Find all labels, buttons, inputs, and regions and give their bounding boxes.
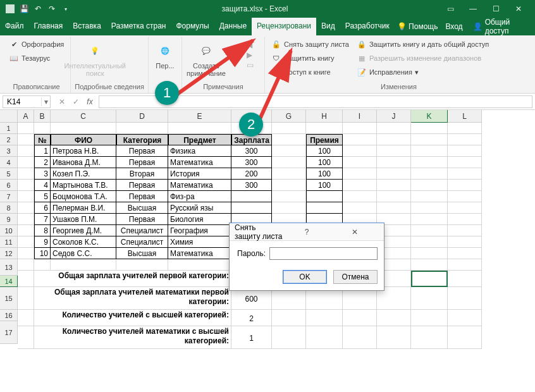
row-header-10[interactable]: 10 xyxy=(0,225,18,236)
password-field[interactable] xyxy=(269,247,378,260)
smart-lookup-button[interactable]: 💡 Интеллектуальный поиск xyxy=(75,38,115,80)
minimize-icon[interactable]: — xyxy=(465,1,481,16)
cell[interactable] xyxy=(377,326,411,349)
tab-formulas[interactable]: Формулы xyxy=(171,18,214,35)
row-header-2[interactable]: 2 xyxy=(0,134,18,145)
tab-developer[interactable]: Разработчик xyxy=(340,18,395,35)
cell[interactable]: Мартынова Т.В. xyxy=(51,180,116,191)
cell[interactable] xyxy=(411,214,448,225)
cell[interactable] xyxy=(448,248,482,259)
tab-insert[interactable]: Вставка xyxy=(68,18,106,35)
cell[interactable] xyxy=(411,134,448,145)
cell[interactable] xyxy=(448,202,482,214)
tab-file[interactable]: Файл xyxy=(0,18,29,35)
cell[interactable] xyxy=(306,326,343,349)
cell[interactable]: Категория xyxy=(116,134,168,145)
cell[interactable] xyxy=(448,191,482,202)
cell[interactable] xyxy=(377,168,411,180)
cell[interactable] xyxy=(411,225,448,236)
dialog-close-button[interactable]: ✕ xyxy=(331,228,379,236)
cell[interactable] xyxy=(448,134,482,145)
fx-icon[interactable]: fx xyxy=(83,97,96,106)
cell[interactable] xyxy=(411,157,448,168)
cell[interactable]: 300 xyxy=(231,180,272,191)
cell[interactable]: Химия xyxy=(168,236,231,248)
cell[interactable] xyxy=(448,326,482,349)
cell[interactable]: 2 xyxy=(231,310,272,326)
col-header-E[interactable]: E xyxy=(168,110,231,123)
tab-help[interactable]: 💡 Помощь xyxy=(395,18,441,35)
cell[interactable] xyxy=(448,225,482,236)
cell[interactable] xyxy=(448,287,482,310)
cell[interactable]: Биология xyxy=(168,214,231,225)
cell[interactable]: 100 xyxy=(306,157,343,168)
cell[interactable] xyxy=(231,191,272,202)
cell[interactable] xyxy=(18,225,34,236)
col-header-B[interactable]: B xyxy=(34,110,51,123)
cell[interactable]: Георгиев Д.М. xyxy=(51,225,116,236)
cell[interactable] xyxy=(343,202,377,214)
row-header-12[interactable]: 12 xyxy=(0,248,18,259)
cell[interactable] xyxy=(272,191,306,202)
cell[interactable] xyxy=(411,202,448,214)
tab-data[interactable]: Данные xyxy=(214,18,252,35)
cell[interactable] xyxy=(411,236,448,248)
cell[interactable]: Математика xyxy=(168,248,231,259)
col-header-L[interactable]: L xyxy=(448,110,482,123)
cell[interactable] xyxy=(51,259,116,271)
cell[interactable] xyxy=(343,134,377,145)
select-all-button[interactable] xyxy=(0,110,18,123)
cell[interactable] xyxy=(448,214,482,225)
enter-formula-icon[interactable]: ✓ xyxy=(70,97,82,106)
namebox-dropdown-icon[interactable]: ▾ xyxy=(41,97,50,106)
maximize-icon[interactable]: ☐ xyxy=(488,1,503,16)
row-header-3[interactable]: 3 xyxy=(0,145,18,157)
cell[interactable] xyxy=(377,191,411,202)
cell[interactable] xyxy=(51,123,116,134)
cell[interactable] xyxy=(343,168,377,180)
cell[interactable] xyxy=(18,123,34,134)
cell[interactable] xyxy=(448,145,482,157)
row-header-9[interactable]: 9 xyxy=(0,214,18,225)
cell[interactable]: 4 xyxy=(34,180,51,191)
cell[interactable] xyxy=(343,191,377,202)
cell[interactable] xyxy=(448,310,482,326)
qat-dropdown-icon[interactable]: ▾ xyxy=(61,4,71,14)
cell[interactable] xyxy=(377,310,411,326)
cell[interactable] xyxy=(343,180,377,191)
track-changes-button[interactable]: 📝Исправления ▾ xyxy=(354,66,491,78)
cell[interactable] xyxy=(272,168,306,180)
cell[interactable] xyxy=(18,180,34,191)
thesaurus-button[interactable]: 📖Тезаурус xyxy=(6,52,66,64)
cell[interactable]: Первая xyxy=(116,180,168,191)
tab-view[interactable]: Вид xyxy=(316,18,340,35)
cell[interactable]: Высшая xyxy=(116,202,168,214)
cell[interactable] xyxy=(377,145,411,157)
col-header-K[interactable]: K xyxy=(411,110,448,123)
cell[interactable]: 1 xyxy=(34,145,51,157)
row-header-6[interactable]: 6 xyxy=(0,180,18,191)
cell[interactable] xyxy=(116,123,168,134)
cell[interactable] xyxy=(411,271,448,287)
share-button[interactable]: 👤 Общий доступ xyxy=(468,15,530,38)
cell[interactable] xyxy=(18,287,34,310)
tab-review[interactable]: Рецензировани xyxy=(252,18,316,35)
cell[interactable]: 2 xyxy=(34,157,51,168)
cell[interactable] xyxy=(343,326,377,349)
cell[interactable] xyxy=(448,168,482,180)
cell[interactable] xyxy=(34,123,51,134)
cell[interactable] xyxy=(231,202,272,214)
name-box[interactable] xyxy=(3,96,41,107)
cell[interactable]: 8 xyxy=(34,225,51,236)
cell[interactable] xyxy=(411,310,448,326)
col-header-A[interactable]: A xyxy=(18,110,34,123)
cell[interactable] xyxy=(377,202,411,214)
cell[interactable] xyxy=(377,134,411,145)
cell[interactable]: 1 xyxy=(231,326,272,349)
cell[interactable]: Общая зарплата учителей математики перво… xyxy=(34,287,231,310)
cell[interactable]: Первая xyxy=(116,145,168,157)
cell[interactable]: Количество учителей математики с высшей … xyxy=(34,326,231,349)
row-header-4[interactable]: 4 xyxy=(0,157,18,168)
cell[interactable] xyxy=(448,259,482,271)
cancel-button[interactable]: Отмена xyxy=(333,270,378,284)
